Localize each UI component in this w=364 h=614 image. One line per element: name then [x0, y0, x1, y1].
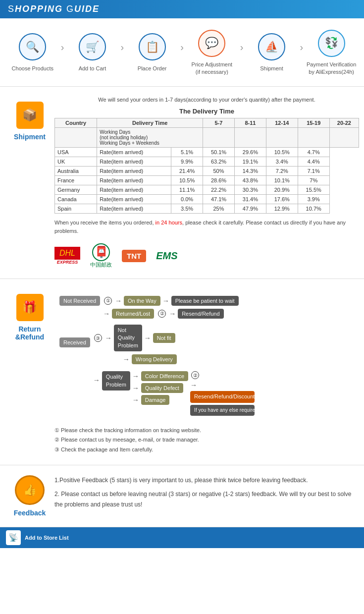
- note-3: ③ Check the package and Item carefully.: [54, 445, 359, 455]
- shipment-section-title: Shipment: [14, 133, 46, 141]
- resend-refund-box: Resend/Refund: [178, 309, 223, 319]
- arrow-2: ›: [120, 42, 124, 63]
- feedback-line2: 2. Please contact us before leaving neut…: [54, 489, 359, 509]
- delivery-table-title: The Delivery Time: [54, 108, 359, 115]
- dhl-logo: DHL EXPRESS: [54, 247, 80, 265]
- step-order: 📋 Place Order: [125, 32, 179, 72]
- table-row: CanadaRate(item arrived)0.0%47.1%31.4%17…: [55, 194, 359, 204]
- flow-diagram: Not Received ① → On the Way → Please be …: [54, 289, 359, 421]
- feedback-line1: 1.Positive Feedback (5 stars) is very im…: [54, 475, 359, 485]
- feedback-left: 👍 Feedback: [5, 475, 54, 517]
- delivery-table: Country Delivery Time 5-7 8-11 12-14 15-…: [54, 118, 359, 214]
- damage-box: Damage: [141, 395, 170, 405]
- received-box: Received: [59, 337, 90, 347]
- table-row: USARate(item arrived)5.1%50.1%29.6%10.5%…: [55, 147, 359, 157]
- shipment-intro: We will send your orders in 1-7 days(acc…: [54, 97, 359, 103]
- col-working-days: Working Days(not including holiday)Worki…: [97, 127, 203, 147]
- step-choose-label: Choose Products: [12, 65, 53, 72]
- step-cart-label: Add to Cart: [79, 65, 106, 72]
- refund-section: 🎁 Return &Refund Not Received ① → On the…: [0, 279, 364, 465]
- step-shipment: ⛵ Shipment: [245, 32, 299, 72]
- shipment-section: 📦 Shipment We will send your orders in 1…: [0, 87, 364, 279]
- table-row: AustraliaRate(item arrived)21.4%50%14.3%…: [55, 166, 359, 175]
- col-20-22: 20-22: [329, 118, 359, 127]
- step-payment: 💱 Payment Verificationby AliExpress(24h): [304, 28, 359, 76]
- refund-left: 🎁 Return &Refund: [5, 289, 54, 455]
- feedback-title: Feedback: [14, 509, 46, 517]
- shipment-left: 📦 Shipment: [5, 97, 54, 269]
- feedback-text: 1.Positive Feedback (5 stars) is very im…: [54, 475, 359, 517]
- china-post-logo: 📮 中国邮政: [90, 243, 112, 269]
- order-icon: 📋: [137, 32, 167, 62]
- feedback-section: 👍 Feedback 1.Positive Feedback (5 stars)…: [0, 465, 364, 527]
- add-to-store-label[interactable]: Add to Store List: [25, 535, 69, 541]
- col-delivery: Delivery Time: [97, 118, 203, 127]
- not-received-block: Not Received ① → On the Way → Please be …: [59, 294, 359, 319]
- if-else-box: If you have any else requirements, you c…: [190, 405, 255, 416]
- shipment-section-icon: 📦: [16, 102, 44, 129]
- steps-section: 🔍 Choose Products › 🛒 Add to Cart › 📋 Pl…: [0, 18, 364, 87]
- header-title: SHOPPING GUIDE: [8, 4, 100, 14]
- arrow-1: ›: [61, 42, 64, 63]
- refund-section-title: Return &Refund: [5, 325, 54, 341]
- returned-lost-box: Returned/Lost: [112, 309, 154, 319]
- quality-defect-box: Quality Defect: [141, 383, 183, 393]
- shipment-icon: ⛵: [257, 32, 287, 62]
- not-received-box: Not Received: [59, 296, 100, 306]
- shipment-note: When you receive the items you ordered, …: [54, 219, 359, 236]
- col-blank-1: [203, 127, 235, 147]
- color-diff-box: Color Difference: [141, 371, 188, 381]
- payment-icon: 💱: [316, 28, 346, 58]
- table-row: FranceRate(item arrived)10.5%28.6%43.8%1…: [55, 175, 359, 185]
- step-choose: 🔍 Choose Products: [5, 32, 60, 72]
- cart-icon: 🛒: [77, 32, 107, 62]
- shipment-content: We will send your orders in 1-7 days(acc…: [54, 97, 359, 269]
- table-row: UKRate(item arrived)9.9%63.2%19.1%3.4%4.…: [55, 157, 359, 166]
- step-order-label: Place Order: [138, 65, 167, 72]
- col-country-empty: [55, 127, 97, 147]
- note-1: ① Please check the tracking information …: [54, 426, 359, 436]
- header-bar: SHOPPING GUIDE: [0, 0, 364, 18]
- step-price-label: Price Adjustment(if necessary): [192, 61, 233, 76]
- tnt-logo: TNT: [122, 250, 146, 262]
- col-8-11: 8-11: [234, 118, 266, 127]
- quality-problem-box: QualityProblem: [102, 371, 130, 391]
- note-2: ② Please contact us by meesage, e-mail, …: [54, 435, 359, 445]
- refund-section-icon: 🎁: [16, 294, 44, 321]
- feedback-icon: 👍: [15, 475, 45, 505]
- received-block: Received ③ → NotQualityProblem → Not fit…: [59, 323, 359, 416]
- choose-icon: 🔍: [18, 32, 48, 62]
- refund-content: Not Received ① → On the Way → Please be …: [54, 289, 359, 455]
- refund-notes: ① Please check the tracking information …: [54, 426, 359, 455]
- col-blank-3: [266, 127, 298, 147]
- col-blank-5: [329, 127, 359, 147]
- resend-refund-discount-box: Resend/Refund/Discount: [190, 391, 255, 402]
- step-price: 💬 Price Adjustment(if necessary): [185, 28, 239, 76]
- step-cart: 🛒 Add to Cart: [65, 32, 119, 72]
- step-payment-label: Payment Verificationby AliExpress(24h): [307, 61, 356, 76]
- bottom-bar[interactable]: 📡 Add to Store List: [0, 527, 364, 548]
- col-country: Country: [55, 118, 97, 127]
- store-icon: 📡: [6, 530, 21, 545]
- not-quality-box: NotQualityProblem: [114, 325, 142, 351]
- be-patient-box: Please be patient to wait: [171, 296, 239, 306]
- col-5-7: 5-7: [203, 118, 235, 127]
- table-row: GermanyRate(item arrived)11.1%22.2%30.3%…: [55, 185, 359, 194]
- on-the-way-box: On the Way: [124, 296, 160, 306]
- carriers-row: DHL EXPRESS 📮 中国邮政 TNT EMS: [54, 243, 359, 269]
- price-icon: 💬: [197, 28, 227, 58]
- table-row: SpainRate(item arrived)3.5%25%47.9%12.9%…: [55, 204, 359, 213]
- arrow-5: ›: [300, 42, 304, 63]
- col-blank-2: [234, 127, 266, 147]
- arrow-3: ›: [180, 42, 184, 63]
- highlight-24h: in 24 hours: [156, 220, 182, 225]
- col-blank-4: [298, 127, 329, 147]
- ems-logo: EMS: [156, 250, 177, 262]
- step-shipment-label: Shipment: [260, 65, 283, 72]
- col-15-19: 15-19: [298, 118, 329, 127]
- col-12-14: 12-14: [266, 118, 298, 127]
- arrow-4: ›: [240, 42, 244, 63]
- not-fit-box: Not fit: [153, 333, 175, 343]
- wrong-delivery-box: Wrong Delivery: [132, 354, 177, 364]
